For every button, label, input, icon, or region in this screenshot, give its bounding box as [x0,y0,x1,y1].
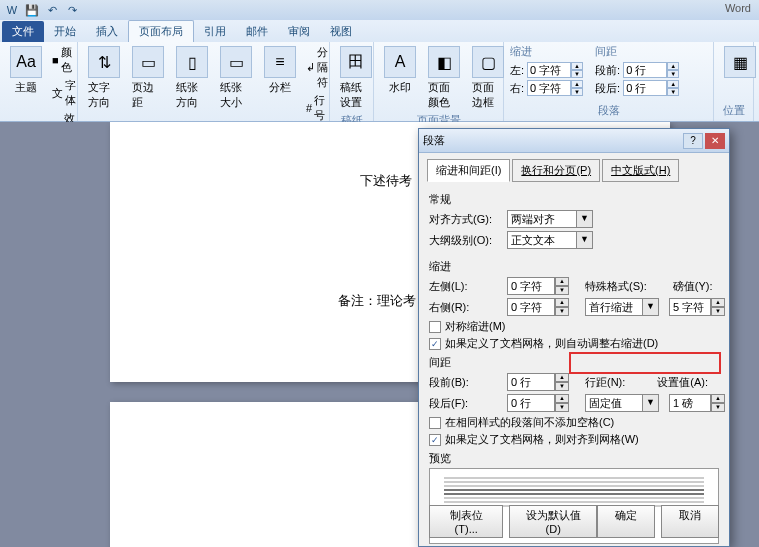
watermark-icon: A [384,46,416,78]
border-icon: ▢ [472,46,504,78]
default-button[interactable]: 设为默认值(D) [509,505,597,538]
ok-button[interactable]: 确定 [597,505,655,538]
dlg-tab-asian[interactable]: 中文版式(H) [602,159,679,182]
tab-review[interactable]: 审阅 [278,21,320,42]
page-border[interactable]: ▢页面边框 [468,44,508,112]
help-button[interactable]: ? [683,133,703,149]
orient-icon: ▯ [176,46,208,78]
size[interactable]: ▭纸张大小 [216,44,256,112]
margins-icon: ▭ [132,46,164,78]
special-combo[interactable]: ▼ [585,298,659,316]
tab-layout[interactable]: 页面布局 [128,20,194,42]
linespacing-combo[interactable]: ▼ [585,394,659,412]
orientation[interactable]: ▯纸张方向 [172,44,212,112]
app-title: Word [725,2,751,14]
tab-view[interactable]: 视图 [320,21,362,42]
space-after[interactable]: ▲▼ [507,394,569,412]
tabs-button[interactable]: 制表位(T)... [429,505,503,538]
mirror-check[interactable] [429,321,441,333]
paragraph-dialog: 段落 ? ✕ 缩进和间距(I) 换行和分页(P) 中文版式(H) 常规 对齐方式… [418,128,730,547]
size-icon: ▭ [220,46,252,78]
tab-home[interactable]: 开始 [44,21,86,42]
undo-icon[interactable]: ↶ [44,2,60,18]
spacing-before-spin[interactable]: ▲▼ [623,62,679,78]
manuscript-icon: 田 [340,46,372,78]
indent-right[interactable]: ▲▼ [507,298,569,316]
text-direction[interactable]: ⇅文字方向 [84,44,124,112]
indent-right-spin[interactable]: ▲▼ [527,80,583,96]
outline-combo[interactable]: ▼ [507,231,593,249]
spacing-after-spin[interactable]: ▲▼ [623,80,679,96]
autoadjust-check[interactable]: ✓ [429,338,441,350]
snap-check[interactable]: ✓ [429,434,441,446]
space-before[interactable]: ▲▼ [507,373,569,391]
ribbon: Aа主题 ■颜色 文字体 ◐效果 主题 ⇅文字方向 ▭页边距 ▯纸张方向 ▭纸张… [0,42,759,122]
spin-down-icon[interactable]: ▼ [571,70,583,78]
tab-file[interactable]: 文件 [2,21,44,42]
indent-left-spin[interactable]: ▲▼ [527,62,583,78]
line-numbers[interactable]: #行号 [304,92,333,124]
ribbon-tabs: 文件 开始 插入 页面布局 引用 邮件 审阅 视图 [0,20,759,42]
watermark[interactable]: A水印 [380,44,420,97]
group-position: 位置 [720,102,747,119]
noadd-check[interactable] [429,417,441,429]
close-button[interactable]: ✕ [705,133,725,149]
margins[interactable]: ▭页边距 [128,44,168,112]
at-value[interactable]: ▲▼ [669,394,725,412]
theme-colors[interactable]: ■颜色 [50,44,78,76]
save-icon[interactable]: 💾 [24,2,40,18]
themes-icon: Aа [10,46,42,78]
tab-ref[interactable]: 引用 [194,21,236,42]
columns-icon: ≡ [264,46,296,78]
word-icon: W [4,2,20,18]
cancel-button[interactable]: 取消 [661,505,719,538]
position[interactable]: ▦ [720,44,759,80]
dlg-tab-breaks[interactable]: 换行和分页(P) [512,159,600,182]
manuscript[interactable]: 田稿纸设置 [336,44,376,112]
themes-button[interactable]: Aа主题 [6,44,46,97]
textdir-icon: ⇅ [88,46,120,78]
theme-fonts[interactable]: 文字体 [50,77,78,109]
columns[interactable]: ≡分栏 [260,44,300,97]
tab-insert[interactable]: 插入 [86,21,128,42]
redo-icon[interactable]: ↷ [64,2,80,18]
pagecolor-icon: ◧ [428,46,460,78]
align-combo[interactable]: ▼ [507,210,593,228]
page-color[interactable]: ◧页面颜色 [424,44,464,112]
tab-mail[interactable]: 邮件 [236,21,278,42]
position-icon: ▦ [724,46,756,78]
indent-left[interactable]: ▲▼ [507,277,569,295]
dialog-title: 段落 [423,133,445,148]
chevron-down-icon[interactable]: ▼ [577,210,593,228]
breaks[interactable]: ↲分隔符 [304,44,333,91]
group-paragraph: 段落 [510,102,707,119]
spin-up-icon[interactable]: ▲ [571,62,583,70]
indent-by[interactable]: ▲▼ [669,298,725,316]
dlg-tab-indent[interactable]: 缩进和间距(I) [427,159,510,182]
